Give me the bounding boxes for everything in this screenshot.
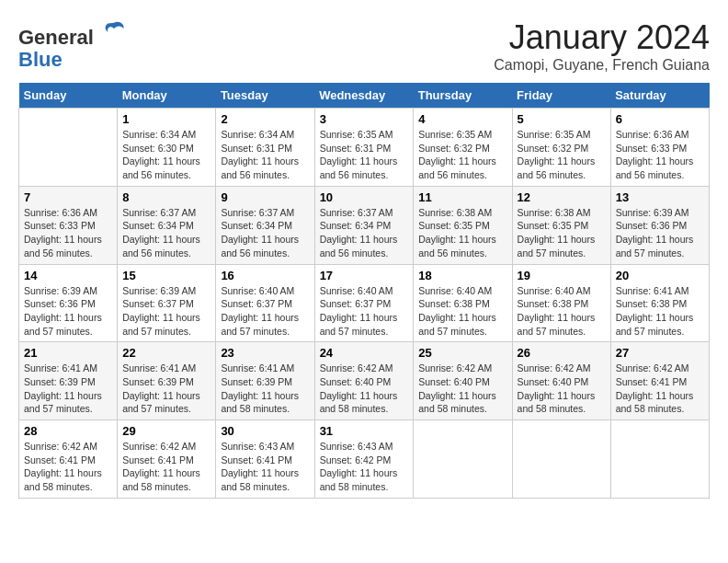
day-number: 13 bbox=[616, 190, 704, 204]
day-header-saturday: Saturday bbox=[610, 83, 709, 109]
cell-content: Sunrise: 6:42 AMSunset: 6:40 PMDaylight:… bbox=[518, 362, 606, 416]
calendar-cell: 31Sunrise: 6:43 AMSunset: 6:42 PMDayligh… bbox=[314, 420, 414, 499]
day-header-tuesday: Tuesday bbox=[216, 83, 314, 109]
calendar-cell: 17Sunrise: 6:40 AMSunset: 6:37 PMDayligh… bbox=[314, 264, 414, 342]
day-number: 2 bbox=[221, 112, 309, 126]
day-number: 11 bbox=[418, 190, 506, 204]
calendar-week-5: 28Sunrise: 6:42 AMSunset: 6:41 PMDayligh… bbox=[19, 420, 710, 499]
calendar-cell: 18Sunrise: 6:40 AMSunset: 6:38 PMDayligh… bbox=[414, 264, 512, 342]
cell-content: Sunrise: 6:35 AMSunset: 6:32 PMDaylight:… bbox=[518, 128, 606, 182]
cell-content: Sunrise: 6:40 AMSunset: 6:37 PMDaylight:… bbox=[221, 284, 309, 339]
day-number: 24 bbox=[320, 346, 409, 360]
calendar-cell bbox=[610, 420, 709, 499]
day-number: 29 bbox=[122, 424, 210, 438]
day-number: 8 bbox=[122, 190, 210, 204]
cell-content: Sunrise: 6:34 AMSunset: 6:31 PMDaylight:… bbox=[221, 128, 309, 182]
cell-content: Sunrise: 6:36 AMSunset: 6:33 PMDaylight:… bbox=[616, 128, 704, 182]
cell-content: Sunrise: 6:41 AMSunset: 6:39 PMDaylight:… bbox=[221, 362, 309, 416]
calendar-cell: 2Sunrise: 6:34 AMSunset: 6:31 PMDaylight… bbox=[216, 109, 314, 187]
day-header-thursday: Thursday bbox=[414, 83, 512, 109]
day-number: 21 bbox=[24, 346, 112, 360]
cell-content: Sunrise: 6:39 AMSunset: 6:36 PMDaylight:… bbox=[24, 284, 112, 339]
cell-content: Sunrise: 6:42 AMSunset: 6:41 PMDaylight:… bbox=[122, 440, 210, 494]
title-block: January 2024 Camopi, Guyane, French Guia… bbox=[494, 18, 710, 74]
day-number: 30 bbox=[221, 424, 309, 438]
day-number: 22 bbox=[122, 346, 210, 360]
day-header-wednesday: Wednesday bbox=[314, 83, 414, 109]
day-header-monday: Monday bbox=[118, 83, 216, 109]
day-number: 7 bbox=[24, 190, 112, 204]
cell-content: Sunrise: 6:37 AMSunset: 6:34 PMDaylight:… bbox=[221, 206, 309, 260]
logo-general: General bbox=[18, 26, 94, 49]
cell-content: Sunrise: 6:36 AMSunset: 6:33 PMDaylight:… bbox=[24, 206, 112, 260]
calendar-cell: 28Sunrise: 6:42 AMSunset: 6:41 PMDayligh… bbox=[19, 420, 118, 499]
cell-content: Sunrise: 6:41 AMSunset: 6:39 PMDaylight:… bbox=[24, 362, 112, 416]
day-number: 20 bbox=[616, 269, 704, 282]
calendar-cell: 27Sunrise: 6:42 AMSunset: 6:41 PMDayligh… bbox=[610, 342, 709, 420]
calendar-cell: 11Sunrise: 6:38 AMSunset: 6:35 PMDayligh… bbox=[414, 186, 512, 264]
page-header: General Blue January 2024 Camopi, Guyane… bbox=[18, 18, 710, 74]
day-number: 19 bbox=[518, 269, 606, 282]
cell-content: Sunrise: 6:40 AMSunset: 6:38 PMDaylight:… bbox=[518, 284, 606, 339]
calendar-cell: 22Sunrise: 6:41 AMSunset: 6:39 PMDayligh… bbox=[118, 342, 216, 420]
calendar-cell: 29Sunrise: 6:42 AMSunset: 6:41 PMDayligh… bbox=[118, 420, 216, 499]
calendar-cell: 26Sunrise: 6:42 AMSunset: 6:40 PMDayligh… bbox=[512, 342, 610, 420]
calendar-cell bbox=[19, 109, 118, 187]
calendar-cell: 13Sunrise: 6:39 AMSunset: 6:36 PMDayligh… bbox=[610, 186, 709, 264]
logo-blue: Blue bbox=[18, 48, 63, 71]
days-header-row: SundayMondayTuesdayWednesdayThursdayFrid… bbox=[19, 83, 710, 109]
calendar-cell: 12Sunrise: 6:38 AMSunset: 6:35 PMDayligh… bbox=[512, 186, 610, 264]
day-number: 27 bbox=[616, 346, 704, 360]
calendar-cell: 30Sunrise: 6:43 AMSunset: 6:41 PMDayligh… bbox=[216, 420, 314, 499]
cell-content: Sunrise: 6:37 AMSunset: 6:34 PMDaylight:… bbox=[320, 206, 409, 260]
day-number: 23 bbox=[221, 346, 309, 360]
day-number: 26 bbox=[518, 346, 606, 360]
day-header-friday: Friday bbox=[512, 83, 610, 109]
day-number: 5 bbox=[518, 112, 606, 126]
calendar-cell: 25Sunrise: 6:42 AMSunset: 6:40 PMDayligh… bbox=[414, 342, 512, 420]
cell-content: Sunrise: 6:39 AMSunset: 6:37 PMDaylight:… bbox=[122, 284, 210, 339]
day-number: 12 bbox=[518, 190, 606, 204]
day-number: 28 bbox=[24, 424, 112, 438]
calendar-week-2: 7Sunrise: 6:36 AMSunset: 6:33 PMDaylight… bbox=[19, 186, 710, 264]
calendar-cell bbox=[512, 420, 610, 499]
day-number: 31 bbox=[320, 424, 409, 438]
cell-content: Sunrise: 6:42 AMSunset: 6:41 PMDaylight:… bbox=[24, 440, 112, 494]
calendar-cell: 21Sunrise: 6:41 AMSunset: 6:39 PMDayligh… bbox=[19, 342, 118, 420]
cell-content: Sunrise: 6:42 AMSunset: 6:40 PMDaylight:… bbox=[418, 362, 506, 416]
day-number: 6 bbox=[616, 112, 704, 126]
calendar-cell: 7Sunrise: 6:36 AMSunset: 6:33 PMDaylight… bbox=[19, 186, 118, 264]
calendar-cell: 19Sunrise: 6:40 AMSunset: 6:38 PMDayligh… bbox=[512, 264, 610, 342]
calendar-cell: 4Sunrise: 6:35 AMSunset: 6:32 PMDaylight… bbox=[414, 109, 512, 187]
day-number: 17 bbox=[320, 269, 409, 282]
day-number: 25 bbox=[418, 346, 506, 360]
calendar-cell bbox=[414, 420, 512, 499]
calendar-cell: 8Sunrise: 6:37 AMSunset: 6:34 PMDaylight… bbox=[118, 186, 216, 264]
logo: General Blue bbox=[18, 18, 127, 71]
calendar-cell: 10Sunrise: 6:37 AMSunset: 6:34 PMDayligh… bbox=[314, 186, 414, 264]
day-number: 10 bbox=[320, 190, 409, 204]
calendar-cell: 15Sunrise: 6:39 AMSunset: 6:37 PMDayligh… bbox=[118, 264, 216, 342]
cell-content: Sunrise: 6:41 AMSunset: 6:39 PMDaylight:… bbox=[122, 362, 210, 416]
calendar-cell: 1Sunrise: 6:34 AMSunset: 6:30 PMDaylight… bbox=[118, 109, 216, 187]
calendar-cell: 14Sunrise: 6:39 AMSunset: 6:36 PMDayligh… bbox=[19, 264, 118, 342]
calendar-cell: 9Sunrise: 6:37 AMSunset: 6:34 PMDaylight… bbox=[216, 186, 314, 264]
calendar-cell: 20Sunrise: 6:41 AMSunset: 6:38 PMDayligh… bbox=[610, 264, 709, 342]
day-number: 4 bbox=[418, 112, 506, 126]
calendar-table: SundayMondayTuesdayWednesdayThursdayFrid… bbox=[18, 83, 710, 499]
cell-content: Sunrise: 6:43 AMSunset: 6:42 PMDaylight:… bbox=[320, 440, 409, 494]
cell-content: Sunrise: 6:42 AMSunset: 6:41 PMDaylight:… bbox=[616, 362, 704, 416]
day-header-sunday: Sunday bbox=[19, 83, 118, 109]
calendar-week-4: 21Sunrise: 6:41 AMSunset: 6:39 PMDayligh… bbox=[19, 342, 710, 420]
cell-content: Sunrise: 6:38 AMSunset: 6:35 PMDaylight:… bbox=[518, 206, 606, 260]
day-number: 16 bbox=[221, 269, 309, 282]
day-number: 18 bbox=[418, 269, 506, 282]
calendar-week-1: 1Sunrise: 6:34 AMSunset: 6:30 PMDaylight… bbox=[19, 109, 710, 187]
calendar-cell: 24Sunrise: 6:42 AMSunset: 6:40 PMDayligh… bbox=[314, 342, 414, 420]
calendar-cell: 3Sunrise: 6:35 AMSunset: 6:31 PMDaylight… bbox=[314, 109, 414, 187]
calendar-cell: 6Sunrise: 6:36 AMSunset: 6:33 PMDaylight… bbox=[610, 109, 709, 187]
calendar-cell: 5Sunrise: 6:35 AMSunset: 6:32 PMDaylight… bbox=[512, 109, 610, 187]
day-number: 9 bbox=[221, 190, 309, 204]
month-title: January 2024 bbox=[494, 18, 710, 57]
location-title: Camopi, Guyane, French Guiana bbox=[494, 57, 710, 74]
